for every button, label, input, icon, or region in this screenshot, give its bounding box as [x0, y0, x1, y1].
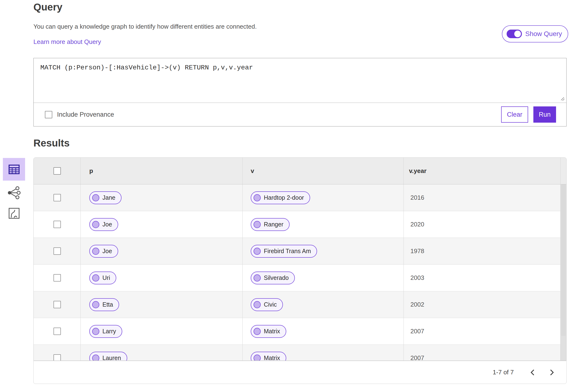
- row-checkbox-cell: [34, 291, 81, 318]
- entity-pill-label: Silverado: [264, 274, 289, 281]
- row-cell-v: Silverado: [243, 265, 404, 291]
- results-title: Results: [34, 137, 70, 149]
- entity-pill[interactable]: Silverado: [251, 272, 295, 284]
- row-checkbox-cell: [34, 211, 81, 238]
- year-value: 2016: [411, 194, 424, 201]
- previous-page-button[interactable]: [525, 365, 539, 380]
- entity-pill-label: Matrix: [264, 355, 280, 361]
- include-provenance-label: Include Provenance: [57, 111, 114, 118]
- entity-pill-label: Matrix: [264, 328, 280, 335]
- show-query-toggle[interactable]: Show Query: [502, 25, 568, 42]
- entity-pill[interactable]: Civic: [251, 298, 283, 311]
- query-editor: MATCH (p:Person)-[:HasVehicle]->(v) RETU…: [34, 58, 567, 126]
- row-cell-v: Matrix: [243, 318, 404, 344]
- year-value: 1978: [411, 247, 424, 255]
- row-cell-vyear: 2007: [404, 318, 566, 344]
- node-dot-icon: [92, 301, 99, 308]
- map-icon: [8, 207, 20, 219]
- resize-handle-icon[interactable]: [559, 95, 565, 101]
- row-checkbox[interactable]: [54, 354, 61, 361]
- node-dot-icon: [92, 221, 99, 228]
- entity-pill-label: Firebird Trans Am: [264, 248, 311, 255]
- query-input[interactable]: MATCH (p:Person)-[:HasVehicle]->(v) RETU…: [40, 64, 557, 71]
- entity-pill[interactable]: Matrix: [251, 352, 286, 361]
- table-row: Joe Firebird Trans Am 1978: [34, 238, 566, 265]
- row-cell-vyear: 2020: [404, 211, 566, 238]
- table-row: Etta Civic 2002: [34, 291, 566, 318]
- row-cell-vyear: 2016: [404, 185, 566, 211]
- year-value: 2007: [411, 354, 424, 361]
- row-cell-p: Jane: [81, 185, 243, 211]
- row-checkbox[interactable]: [54, 274, 61, 282]
- entity-pill[interactable]: Etta: [89, 298, 119, 311]
- row-cell-vyear: 2007: [404, 345, 566, 361]
- table-row: Lauren Matrix 2007: [34, 345, 566, 361]
- entity-pill[interactable]: Joe: [89, 218, 118, 231]
- row-checkbox[interactable]: [54, 194, 61, 201]
- header-col-v[interactable]: v: [243, 158, 404, 184]
- header-label-vyear: v.year: [409, 167, 426, 175]
- node-dot-icon: [253, 194, 261, 201]
- row-cell-vyear: 1978: [404, 238, 566, 264]
- table-header-row: p v v.year: [34, 158, 566, 185]
- node-dot-icon: [92, 248, 99, 255]
- provenance-row: Include Provenance: [34, 103, 566, 126]
- entity-pill[interactable]: Firebird Trans Am: [251, 245, 317, 258]
- row-checkbox-cell: [34, 238, 81, 264]
- entity-pill[interactable]: Matrix: [251, 325, 286, 338]
- vertical-scrollbar[interactable]: [560, 185, 566, 360]
- node-dot-icon: [253, 355, 261, 361]
- learn-more-link[interactable]: Learn more about Query: [34, 38, 101, 46]
- entity-pill-label: Joe: [102, 221, 112, 228]
- table-row: Uri Silverado 2003: [34, 265, 566, 291]
- row-checkbox-cell: [34, 185, 81, 211]
- row-cell-v: Civic: [243, 291, 404, 318]
- entity-pill-label: Ranger: [264, 221, 283, 228]
- graph-view-button[interactable]: [3, 184, 25, 201]
- entity-pill-label: Civic: [264, 301, 277, 308]
- header-col-p[interactable]: p: [81, 158, 243, 184]
- row-cell-vyear: 2003: [404, 265, 566, 291]
- node-dot-icon: [253, 248, 261, 255]
- row-checkbox-cell: [34, 318, 81, 344]
- include-provenance-checkbox[interactable]: [45, 111, 52, 118]
- row-cell-p: Lauren: [81, 345, 243, 361]
- graph-icon: [7, 186, 21, 199]
- table-icon: [9, 165, 19, 174]
- node-dot-icon: [253, 221, 261, 228]
- page-title: Query: [34, 1, 62, 13]
- header-col-vyear[interactable]: v.year: [404, 158, 560, 184]
- entity-pill[interactable]: Joe: [89, 245, 118, 258]
- year-value: 2003: [411, 274, 424, 282]
- toggle-switch-icon[interactable]: [507, 30, 522, 38]
- row-cell-p: Etta: [81, 291, 243, 318]
- entity-pill[interactable]: Hardtop 2-door: [251, 191, 310, 204]
- table-view-button[interactable]: [3, 158, 25, 181]
- row-checkbox[interactable]: [54, 301, 61, 308]
- table-row: Jane Hardtop 2-door 2016: [34, 185, 566, 211]
- row-checkbox[interactable]: [54, 247, 61, 255]
- next-page-button[interactable]: [545, 365, 559, 380]
- row-cell-v: Ranger: [243, 211, 404, 238]
- run-button[interactable]: Run: [533, 106, 556, 123]
- entity-pill[interactable]: Ranger: [251, 218, 290, 231]
- row-checkbox[interactable]: [54, 221, 61, 228]
- row-cell-vyear: 2002: [404, 291, 566, 318]
- entity-pill-label: Lauren: [102, 355, 121, 361]
- select-all-checkbox[interactable]: [54, 167, 61, 175]
- row-cell-p: Uri: [81, 265, 243, 291]
- entity-pill-label: Joe: [102, 248, 112, 255]
- scrollbar-header-gap: [560, 158, 566, 184]
- entity-pill-label: Uri: [102, 274, 110, 281]
- entity-pill[interactable]: Uri: [89, 272, 116, 284]
- row-checkbox[interactable]: [54, 328, 61, 335]
- entity-pill[interactable]: Larry: [89, 325, 122, 338]
- chevron-left-icon: [530, 369, 535, 376]
- node-dot-icon: [92, 274, 99, 282]
- clear-button[interactable]: Clear: [501, 106, 528, 123]
- page-description: You can query a knowledge graph to ident…: [34, 23, 257, 30]
- row-cell-p: Larry: [81, 318, 243, 344]
- map-view-button[interactable]: [3, 205, 25, 222]
- entity-pill[interactable]: Jane: [89, 191, 122, 204]
- entity-pill[interactable]: Lauren: [89, 352, 127, 361]
